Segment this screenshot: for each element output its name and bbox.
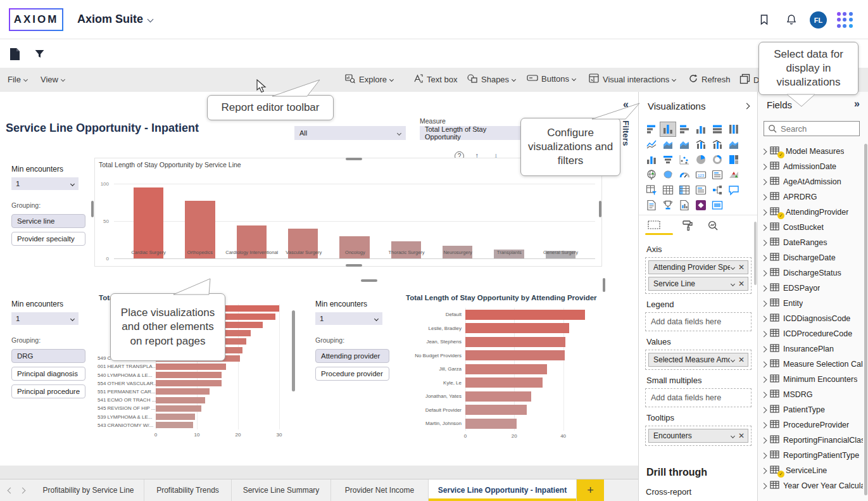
- chart-scrollbar[interactable]: [292, 310, 295, 391]
- funnel-chart-icon[interactable]: [660, 153, 676, 167]
- field-row[interactable]: ICDDiagnosisCode: [759, 311, 863, 326]
- page-tab[interactable]: Service Line Summary: [232, 479, 331, 501]
- grouping-button[interactable]: DRG: [11, 349, 85, 363]
- field-row[interactable]: ProcedureProvider: [759, 417, 863, 433]
- line-chart-icon[interactable]: [644, 137, 659, 151]
- line-and-clustered-column-chart-icon[interactable]: [710, 137, 725, 151]
- analytics-pane-icon[interactable]: [707, 220, 719, 234]
- stacked-bar-chart-icon[interactable]: [644, 122, 659, 136]
- area-chart-icon[interactable]: [660, 137, 676, 151]
- toolbar-textbox-button[interactable]: Text box: [413, 73, 457, 86]
- avatar[interactable]: FL: [810, 11, 827, 29]
- viz-panel-scrollbar[interactable]: [754, 222, 757, 285]
- attending-provider-chart[interactable]: Total Length of Stay Opportunity by Atte…: [402, 291, 603, 450]
- toolbar-refresh-button[interactable]: Refresh: [688, 73, 731, 86]
- expand-chevron-icon[interactable]: [761, 346, 767, 352]
- filled-map-icon[interactable]: [660, 168, 676, 182]
- expand-chevron-icon[interactable]: [761, 255, 767, 261]
- field-pill[interactable]: Attending Provider Spec✕: [648, 260, 748, 274]
- min-encounters-select[interactable]: 1: [11, 312, 79, 325]
- expand-chevron-icon[interactable]: [761, 224, 767, 231]
- field-row[interactable]: ICDProcedureCode: [759, 326, 863, 341]
- multi-row-card-icon[interactable]: [710, 168, 725, 182]
- field-row[interactable]: ✓Model Measures: [759, 144, 863, 159]
- expand-chevron-icon[interactable]: [761, 300, 767, 307]
- chevron-down-icon[interactable]: [731, 265, 735, 269]
- resize-handle-left[interactable]: [91, 201, 94, 217]
- chevrons-right-icon[interactable]: »: [854, 98, 860, 110]
- map-icon[interactable]: [644, 168, 659, 182]
- expand-chevron-icon[interactable]: [761, 209, 767, 215]
- 100-stacked-column-chart-icon[interactable]: [726, 122, 741, 136]
- expand-chevron-icon[interactable]: [761, 285, 767, 291]
- search-input[interactable]: [781, 124, 850, 134]
- resize-handle-right[interactable]: [599, 201, 601, 217]
- field-row[interactable]: Minimum Encounters: [759, 372, 863, 387]
- grouping-button[interactable]: Attending provider: [315, 349, 389, 363]
- table-icon[interactable]: [660, 183, 676, 197]
- add-page-button[interactable]: +: [577, 479, 604, 501]
- field-row[interactable]: DischargeDate: [759, 250, 863, 265]
- page-tab[interactable]: Profitability Trends: [144, 479, 232, 501]
- format-pane-icon[interactable]: [682, 220, 693, 234]
- field-row[interactable]: CostBucket: [759, 220, 863, 235]
- scatter-chart-icon[interactable]: [677, 153, 692, 167]
- page-tab[interactable]: Profitability by Service Line: [33, 479, 144, 501]
- chevron-down-icon[interactable]: [731, 357, 735, 362]
- paginated-report-icon[interactable]: [644, 198, 659, 212]
- field-pill[interactable]: Encounters✕: [648, 429, 748, 443]
- expand-chevron-icon[interactable]: [761, 483, 767, 489]
- field-row[interactable]: AdmissionDate: [759, 159, 863, 174]
- chevron-down-icon[interactable]: [731, 281, 735, 286]
- tab-scroll-left-icon[interactable]: [8, 487, 14, 493]
- grouping-button[interactable]: Service line: [11, 214, 85, 228]
- field-row[interactable]: Year Over Year Calcula...: [759, 478, 863, 493]
- report-visual-icon[interactable]: [677, 198, 692, 212]
- remove-field-icon[interactable]: ✕: [738, 263, 745, 272]
- expand-chevron-icon[interactable]: [761, 361, 767, 367]
- 100-stacked-bar-chart-icon[interactable]: [710, 122, 725, 136]
- field-row[interactable]: Measure Selection Cal...: [759, 357, 863, 372]
- chevron-down-icon[interactable]: [731, 433, 735, 438]
- treemap-icon[interactable]: [726, 153, 741, 167]
- toolbar-buttons-button[interactable]: Buttons: [527, 73, 576, 84]
- expand-chevron-icon[interactable]: [761, 437, 767, 443]
- field-row[interactable]: AgeAtAdmission: [759, 174, 863, 189]
- bell-icon[interactable]: [785, 13, 798, 29]
- field-row[interactable]: APRDRG: [759, 189, 863, 205]
- resize-handle-right-2[interactable]: [603, 278, 605, 292]
- expand-chevron-icon[interactable]: [761, 467, 767, 474]
- field-row[interactable]: ReportingFinancialClass: [759, 433, 863, 448]
- expand-chevron-icon[interactable]: [761, 179, 767, 185]
- field-well[interactable]: Encounters✕: [645, 426, 752, 446]
- min-encounters-select[interactable]: 1: [315, 312, 382, 325]
- field-row[interactable]: PatientType: [759, 402, 863, 417]
- expand-chevron-icon[interactable]: [761, 163, 767, 170]
- search-box[interactable]: [764, 121, 860, 136]
- placeholder-visual-icon[interactable]: [710, 198, 725, 212]
- field-row[interactable]: ReportingPatientType: [759, 448, 863, 463]
- remove-field-icon[interactable]: ✕: [738, 431, 745, 440]
- resize-handle-bottom[interactable]: [346, 264, 362, 267]
- slicer-icon[interactable]: [644, 183, 659, 197]
- stacked-column-chart-icon[interactable]: [660, 122, 676, 136]
- fields-pane-icon[interactable]: [648, 220, 660, 232]
- page-tab[interactable]: Service Line Opportunity - Inpatient: [429, 479, 577, 501]
- expand-chevron-icon[interactable]: [761, 239, 767, 246]
- expand-chevron-icon[interactable]: [761, 376, 767, 383]
- power-apps-icon[interactable]: [693, 198, 708, 212]
- matrix-icon[interactable]: [677, 183, 692, 197]
- expand-chevron-icon[interactable]: [761, 270, 767, 276]
- decomposition-tree-icon[interactable]: [710, 183, 725, 197]
- field-well[interactable]: Attending Provider Spec✕Service Line✕: [645, 257, 752, 294]
- file-menu[interactable]: File: [8, 75, 27, 84]
- ribbon-chart-icon[interactable]: [726, 137, 741, 151]
- line-and-stacked-column-chart-icon[interactable]: [693, 137, 708, 151]
- remove-field-icon[interactable]: ✕: [738, 355, 745, 364]
- page-tab[interactable]: Provider Net Income: [331, 479, 429, 501]
- field-row[interactable]: DateRanges: [759, 235, 863, 250]
- field-row[interactable]: Entity: [759, 296, 863, 311]
- field-well[interactable]: Add data fields here: [645, 388, 752, 407]
- grouping-button[interactable]: Principal procedure: [11, 384, 85, 398]
- field-row[interactable]: MSDRG: [759, 387, 863, 402]
